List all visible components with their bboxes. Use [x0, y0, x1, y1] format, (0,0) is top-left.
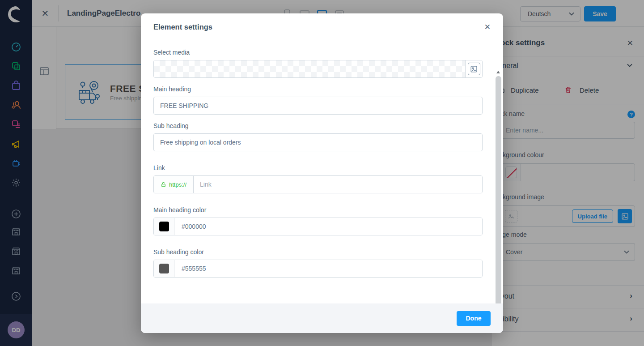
- main-heading-color-swatch[interactable]: [159, 222, 169, 231]
- lock-icon: [161, 181, 166, 188]
- page: DD ✕ LandingPageElectro Deutsch: [0, 0, 644, 346]
- sub-heading-color-swatch-zone[interactable]: [154, 260, 174, 277]
- element-settings-modal: Element settings ✕ Select media Main hea…: [141, 13, 503, 333]
- done-button[interactable]: Done: [457, 311, 491, 326]
- modal-footer: Done: [141, 303, 503, 333]
- modal-header: Element settings ✕: [141, 13, 503, 41]
- open-media-library-icon[interactable]: [468, 63, 480, 75]
- select-media-label: Select media: [153, 49, 483, 56]
- modal-body: Select media Main heading Sub heading: [141, 41, 503, 303]
- main-heading-label: Main heading: [153, 85, 483, 93]
- sub-heading-color-input[interactable]: [174, 260, 482, 277]
- media-button-zone: [465, 60, 482, 77]
- main-heading-color-swatch-zone[interactable]: [154, 218, 174, 235]
- link-group: Link https://: [153, 164, 483, 193]
- sub-heading-color-label: Sub heading color: [153, 248, 483, 256]
- modal-scrollbar[interactable]: [495, 70, 502, 303]
- sub-heading-group: Sub heading: [153, 122, 483, 151]
- main-heading-group: Main heading: [153, 85, 483, 115]
- main-heading-color-field: [153, 218, 483, 235]
- sub-heading-input[interactable]: [153, 133, 483, 151]
- link-input[interactable]: [194, 176, 482, 193]
- modal-close-icon[interactable]: ✕: [484, 22, 491, 32]
- select-media-group: Select media: [153, 49, 483, 78]
- main-heading-input[interactable]: [153, 97, 483, 115]
- main-heading-color-input[interactable]: [174, 218, 482, 235]
- sub-heading-color-field: [153, 260, 483, 278]
- link-label: Link: [153, 164, 483, 171]
- scroll-up-icon[interactable]: [496, 71, 500, 73]
- sub-heading-label: Sub heading: [153, 122, 483, 129]
- media-dropzone[interactable]: [153, 60, 483, 78]
- scrollbar-thumb[interactable]: [496, 76, 501, 303]
- link-protocol: https://: [169, 181, 186, 188]
- modal-title: Element settings: [153, 23, 212, 31]
- sub-heading-color-group: Sub heading color: [153, 248, 483, 278]
- media-empty-preview[interactable]: [154, 60, 465, 77]
- link-protocol-prefix: https://: [154, 176, 194, 193]
- main-heading-color-group: Main heading color: [153, 206, 483, 235]
- main-heading-color-label: Main heading color: [153, 206, 483, 214]
- link-field: https://: [153, 175, 483, 193]
- sub-heading-color-swatch[interactable]: [159, 264, 169, 273]
